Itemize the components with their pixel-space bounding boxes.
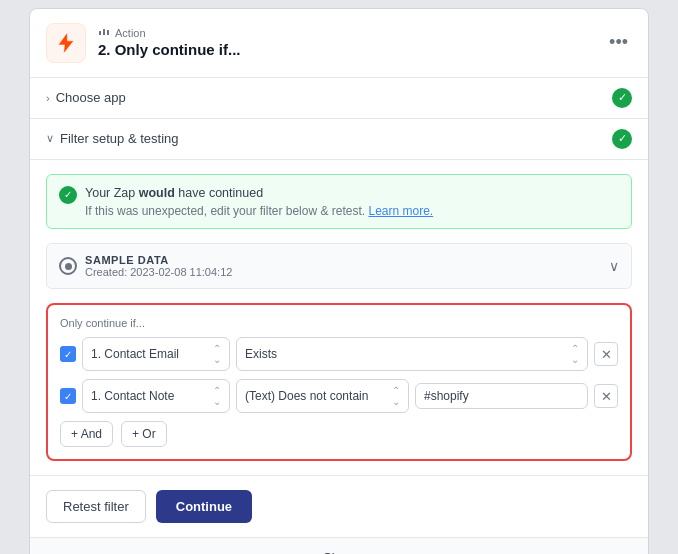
filter-row-2-condition-select[interactable]: (Text) Does not contain ⌃⌄ bbox=[236, 379, 409, 413]
filter-setup-row[interactable]: ∨ Filter setup & testing ✓ bbox=[30, 119, 648, 160]
close-button[interactable]: Close bbox=[322, 550, 355, 554]
sample-title: SAMPLE DATA bbox=[85, 254, 232, 266]
card-title: 2. Only continue if... bbox=[98, 41, 241, 58]
action-label: Action bbox=[98, 27, 241, 39]
filter-row-2: ✓ 1. Contact Note ⌃⌄ (Text) Does not con… bbox=[60, 379, 618, 413]
filter-row-2-field-label: 1. Contact Note bbox=[91, 389, 174, 403]
chevron-right-icon: › bbox=[46, 92, 50, 104]
banner-content: Your Zap would have continued If this wa… bbox=[85, 185, 433, 219]
close-row: Close bbox=[30, 537, 648, 554]
sample-chevron-icon: ∨ bbox=[609, 258, 619, 274]
choose-app-label: Choose app bbox=[56, 90, 126, 105]
svg-rect-1 bbox=[103, 29, 105, 35]
filter-row-1-condition-label: Exists bbox=[245, 347, 277, 361]
banner-sub-text: If this was unexpected, edit your filter… bbox=[85, 204, 433, 218]
choose-app-check: ✓ bbox=[612, 88, 632, 108]
app-logo bbox=[46, 23, 86, 63]
filter-actions: + And + Or bbox=[60, 421, 618, 447]
check-icon-2: ✓ bbox=[64, 391, 72, 402]
filter-row-1: ✓ 1. Contact Email ⌃⌄ Exists ⌃⌄ ✕ bbox=[60, 337, 618, 371]
filter-row-1-checkbox[interactable]: ✓ bbox=[60, 346, 76, 362]
kebab-menu-button[interactable]: ••• bbox=[605, 28, 632, 57]
action-card: Action 2. Only continue if... ••• › Choo… bbox=[29, 8, 649, 554]
success-banner: ✓ Your Zap would have continued If this … bbox=[46, 174, 632, 230]
card-header: Action 2. Only continue if... ••• bbox=[30, 9, 648, 78]
chevron-down-icon: ∨ bbox=[46, 132, 54, 145]
svg-rect-2 bbox=[107, 30, 109, 35]
sample-info: SAMPLE DATA Created: 2023-02-08 11:04:12 bbox=[85, 254, 232, 278]
field-chevron-icon-2: ⌃⌄ bbox=[213, 385, 221, 407]
banner-main-text: Your Zap would have continued bbox=[85, 185, 433, 203]
continue-button[interactable]: Continue bbox=[156, 490, 252, 523]
filter-row-1-condition-select[interactable]: Exists ⌃⌄ bbox=[236, 337, 588, 371]
sample-date: Created: 2023-02-08 11:04:12 bbox=[85, 266, 232, 278]
filter-section: ✓ Your Zap would have continued If this … bbox=[30, 160, 648, 476]
sample-dot-inner bbox=[65, 263, 72, 270]
filter-row-1-field-label: 1. Contact Email bbox=[91, 347, 179, 361]
filter-row-2-condition-label: (Text) Does not contain bbox=[245, 389, 368, 403]
field-chevron-icon: ⌃⌄ bbox=[213, 343, 221, 365]
or-button[interactable]: + Or bbox=[121, 421, 167, 447]
filter-setup-left: ∨ Filter setup & testing bbox=[46, 131, 179, 146]
filter-row-2-value-input[interactable] bbox=[415, 383, 588, 409]
choose-app-row[interactable]: › Choose app ✓ bbox=[30, 78, 648, 119]
sample-dot-icon bbox=[59, 257, 77, 275]
learn-more-link[interactable]: Learn more. bbox=[368, 204, 433, 218]
sample-left: SAMPLE DATA Created: 2023-02-08 11:04:12 bbox=[59, 254, 232, 278]
filter-row-1-field-select[interactable]: 1. Contact Email ⌃⌄ bbox=[82, 337, 230, 371]
sample-data-row[interactable]: SAMPLE DATA Created: 2023-02-08 11:04:12… bbox=[46, 243, 632, 289]
choose-app-left: › Choose app bbox=[46, 90, 126, 105]
filter-row-2-field-select[interactable]: 1. Contact Note ⌃⌄ bbox=[82, 379, 230, 413]
condition-chevron-icon-2: ⌃⌄ bbox=[392, 385, 400, 407]
and-button[interactable]: + And bbox=[60, 421, 113, 447]
filter-row-2-remove-button[interactable]: ✕ bbox=[594, 384, 618, 408]
filter-box-label: Only continue if... bbox=[60, 317, 618, 329]
header-meta: Action 2. Only continue if... bbox=[98, 27, 241, 58]
filter-row-2-checkbox[interactable]: ✓ bbox=[60, 388, 76, 404]
retest-filter-button[interactable]: Retest filter bbox=[46, 490, 146, 523]
footer-buttons: Retest filter Continue bbox=[30, 475, 648, 537]
filter-box: Only continue if... ✓ 1. Contact Email ⌃… bbox=[46, 303, 632, 461]
condition-chevron-icon: ⌃⌄ bbox=[571, 343, 579, 365]
filter-setup-check: ✓ bbox=[612, 129, 632, 149]
filter-setup-label: Filter setup & testing bbox=[60, 131, 179, 146]
svg-rect-0 bbox=[99, 31, 101, 35]
success-icon: ✓ bbox=[59, 186, 77, 204]
check-icon: ✓ bbox=[64, 349, 72, 360]
filter-row-1-remove-button[interactable]: ✕ bbox=[594, 342, 618, 366]
header-left: Action 2. Only continue if... bbox=[46, 23, 241, 63]
action-icon bbox=[98, 27, 110, 39]
zapier-icon bbox=[55, 32, 77, 54]
